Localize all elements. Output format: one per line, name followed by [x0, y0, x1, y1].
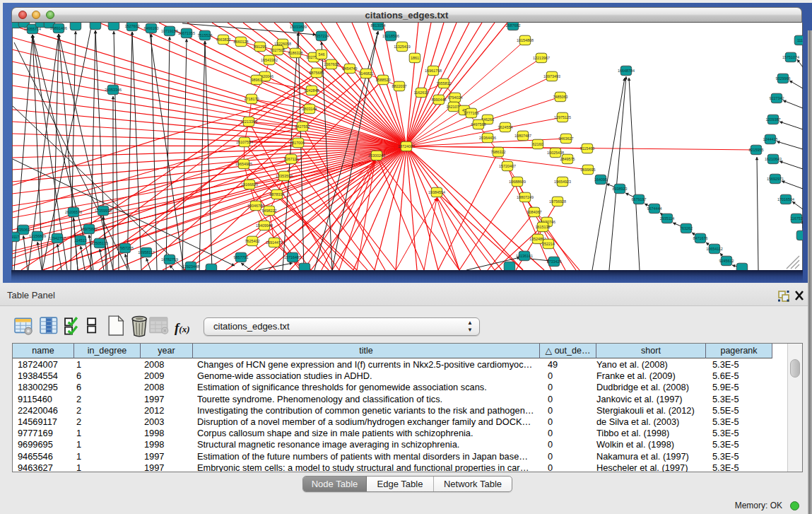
- svg-text:19654985: 19654985: [235, 162, 252, 166]
- svg-text:14136141: 14136141: [516, 254, 533, 258]
- svg-text:9245612: 9245612: [719, 259, 734, 263]
- svg-text:16961758: 16961758: [425, 69, 442, 73]
- svg-text:8454749: 8454749: [343, 66, 358, 71]
- svg-text:0699695: 0699695: [581, 168, 596, 172]
- svg-text:5878334: 5878334: [270, 192, 285, 197]
- svg-text:8938923: 8938923: [613, 187, 628, 191]
- svg-text:26053346: 26053346: [105, 88, 122, 92]
- svg-text:98961: 98961: [252, 78, 262, 82]
- svg-text:18807249: 18807249: [517, 195, 534, 199]
- svg-text:8990448: 8990448: [432, 98, 447, 102]
- svg-text:12213967: 12213967: [533, 56, 550, 60]
- svg-text:3624554: 3624554: [498, 125, 513, 129]
- svg-text:1527602: 1527602: [125, 24, 140, 28]
- svg-text:10025438: 10025438: [547, 151, 564, 155]
- svg-text:10046786: 10046786: [247, 204, 264, 208]
- svg-text:891295: 891295: [254, 45, 266, 49]
- svg-text:16033809: 16033809: [290, 25, 307, 29]
- svg-text:8215955: 8215955: [749, 148, 764, 152]
- svg-text:15409948: 15409948: [256, 223, 273, 228]
- svg-text:f(x): f(x): [175, 320, 190, 335]
- svg-text:15692971: 15692971: [767, 177, 784, 181]
- svg-text:1861: 1861: [411, 56, 419, 60]
- svg-text:9242848: 9242848: [305, 88, 319, 93]
- svg-text:16107554: 16107554: [236, 140, 253, 144]
- svg-text:2687682: 2687682: [506, 23, 521, 28]
- svg-text:17957255: 17957255: [117, 246, 134, 250]
- svg-text:15720407: 15720407: [499, 164, 516, 168]
- svg-text:17016504: 17016504: [777, 197, 794, 201]
- svg-text:20364436: 20364436: [479, 136, 496, 140]
- svg-text:7986322: 7986322: [491, 150, 506, 154]
- svg-text:9227342: 9227342: [770, 96, 784, 100]
- svg-text:7515526: 7515526: [198, 33, 213, 37]
- svg-text:2849575: 2849575: [560, 157, 575, 161]
- svg-text:8427552: 8427552: [295, 124, 310, 129]
- svg-text:10973493: 10973493: [543, 74, 560, 78]
- svg-text:19384554: 19384554: [428, 190, 445, 194]
- svg-text:10688609: 10688609: [509, 180, 526, 184]
- svg-text:17359938: 17359938: [95, 209, 112, 213]
- svg-text:10719155: 10719155: [161, 29, 178, 33]
- svg-text:9777169: 9777169: [464, 111, 479, 115]
- svg-text:9463627: 9463627: [559, 136, 574, 141]
- svg-text:11325419: 11325419: [394, 45, 411, 49]
- svg-text:12156809: 12156809: [29, 234, 46, 238]
- svg-text:62160: 62160: [533, 142, 543, 146]
- svg-text:8822037: 8822037: [392, 84, 407, 88]
- svg-text:9674444: 9674444: [647, 206, 662, 211]
- svg-text:1615132: 1615132: [536, 225, 551, 229]
- svg-text:9146821: 9146821: [359, 71, 374, 76]
- svg-text:2367608: 2367608: [324, 62, 339, 66]
- svg-text:5875685: 5875685: [310, 71, 324, 75]
- svg-text:114513: 114513: [74, 238, 87, 243]
- svg-text:9329966: 9329966: [776, 76, 791, 81]
- svg-text:12213369: 12213369: [240, 119, 257, 124]
- svg-text:39117: 39117: [12, 235, 19, 239]
- svg-text:16782759: 16782759: [161, 257, 178, 262]
- svg-text:10975887: 10975887: [81, 227, 98, 231]
- svg-text:8267110: 8267110: [284, 157, 299, 161]
- svg-text:763262: 763262: [680, 226, 693, 230]
- svg-text:25300243: 25300243: [368, 153, 385, 158]
- svg-text:6466160: 6466160: [144, 26, 159, 30]
- svg-text:7357224: 7357224: [314, 34, 329, 38]
- svg-text:19218506: 19218506: [382, 34, 399, 38]
- svg-text:16543382: 16543382: [261, 58, 278, 62]
- svg-text:9115460: 9115460: [580, 146, 595, 151]
- svg-text:19756928: 19756928: [549, 199, 566, 204]
- svg-text:8186328: 8186328: [288, 51, 303, 55]
- svg-text:1588520: 1588520: [376, 78, 391, 82]
- svg-text:13353594: 13353594: [276, 174, 293, 178]
- svg-text:20891406: 20891406: [50, 26, 67, 30]
- svg-text:10807487: 10807487: [514, 134, 531, 138]
- svg-text:9084067: 9084067: [527, 210, 542, 214]
- svg-text:252214: 252214: [542, 242, 555, 246]
- svg-text:15751074: 15751074: [782, 55, 799, 59]
- svg-text:7625402: 7625402: [245, 239, 260, 243]
- svg-text:26206576: 26206576: [65, 210, 82, 214]
- svg-text:1162615: 1162615: [414, 90, 429, 95]
- svg-text:6794024: 6794024: [448, 95, 463, 100]
- svg-text:19166825: 19166825: [241, 182, 258, 187]
- svg-text:7663822: 7663822: [216, 37, 231, 42]
- svg-text:5498222: 5498222: [262, 209, 277, 213]
- svg-text:16648784: 16648784: [618, 69, 635, 73]
- svg-text:16671355: 16671355: [178, 31, 195, 35]
- svg-text:12942757: 12942757: [49, 236, 66, 240]
- svg-text:111: 111: [797, 38, 803, 42]
- svg-text:8471676: 8471676: [693, 236, 708, 240]
- svg-text:7485063: 7485063: [553, 95, 568, 99]
- svg-text:1244415: 1244415: [763, 137, 778, 141]
- svg-text:164095: 164095: [594, 177, 607, 182]
- svg-text:1733426: 1733426: [547, 259, 562, 264]
- svg-text:10154808: 10154808: [517, 38, 534, 42]
- svg-text:16210643: 16210643: [765, 157, 782, 161]
- svg-text:12923448: 12923448: [182, 264, 199, 269]
- svg-text:2718170: 2718170: [245, 97, 259, 101]
- svg-text:9327505: 9327505: [271, 48, 286, 52]
- svg-text:9857791: 9857791: [234, 255, 249, 259]
- svg-text:16914479: 16914479: [266, 240, 283, 245]
- svg-text:12975125: 12975125: [554, 115, 571, 119]
- svg-text:10654112: 10654112: [706, 247, 723, 251]
